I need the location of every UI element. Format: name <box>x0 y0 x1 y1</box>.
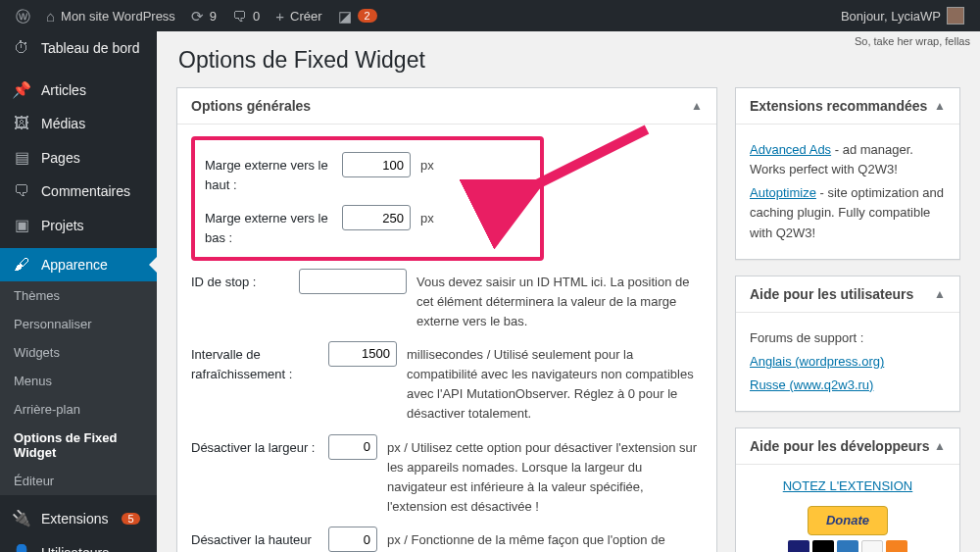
menu-apparence[interactable]: 🖌Apparence <box>0 248 157 281</box>
px-unit: px <box>420 152 434 176</box>
chevron-up-icon[interactable]: ▲ <box>934 287 946 301</box>
plugin-icon: 🔌 <box>12 509 31 527</box>
comments-link[interactable]: 🗨0 <box>224 0 268 31</box>
margin-bottom-label: Marge externe vers le bas : <box>205 205 332 248</box>
comment-icon: 🗨 <box>232 9 247 24</box>
px-unit: px <box>420 205 434 228</box>
link-rate-extension[interactable]: NOTEZ L'EXTENSION <box>783 478 913 493</box>
admin-bar: ⓦ ⌂Mon site WordPress ⟳9 🗨0 +Créer ◪2 Bo… <box>0 0 980 31</box>
disable-height-label: Désactiver la hauteur : <box>191 527 318 552</box>
sub-customize[interactable]: Personnaliser <box>0 310 157 338</box>
pin-icon: 📌 <box>12 80 31 99</box>
box-help-user-header[interactable]: Aide pour les utilisateurs ▲ <box>736 276 959 313</box>
box-general-header[interactable]: Options générales ▲ <box>177 88 716 125</box>
box-reco-header[interactable]: Extensions recommandées ▲ <box>736 88 959 125</box>
payment-cards <box>750 540 946 552</box>
stop-id-input[interactable] <box>299 269 407 294</box>
box-help-dev-header[interactable]: Aide pour les développeurs ▲ <box>736 428 959 465</box>
updates-count: 9 <box>210 9 217 24</box>
menu-extensions[interactable]: 🔌Extensions5 <box>0 501 157 535</box>
menu-comments[interactable]: 🗨Commentaires <box>0 175 157 208</box>
menu-pages[interactable]: ▤Pages <box>0 140 157 175</box>
refresh-desc: millisecondes / Utilisé seulement pour l… <box>407 341 703 425</box>
plus-icon: + <box>275 9 284 24</box>
menu-arrow-icon <box>149 257 157 273</box>
disable-height-desc: px / Fonctionne de la même façon que l'o… <box>387 527 703 552</box>
yoast-badge: 2 <box>358 9 377 23</box>
refresh-input[interactable] <box>328 341 397 367</box>
card-icon <box>886 540 907 552</box>
brush-icon: 🖌 <box>12 256 31 274</box>
site-name-link[interactable]: ⌂Mon site WordPress <box>38 0 183 31</box>
link-forum-ru[interactable]: Russe (www.q2w3.ru) <box>750 377 873 392</box>
new-content[interactable]: +Créer <box>268 0 329 31</box>
dashboard-icon: ⏱ <box>12 39 31 57</box>
my-account[interactable]: Bonjour, LyciaWP <box>833 0 972 31</box>
menu-medias[interactable]: 🖼Médias <box>0 107 157 140</box>
extensions-count: 5 <box>122 513 139 525</box>
portfolio-icon: ▣ <box>12 216 31 234</box>
donate-button[interactable]: Donate <box>808 506 888 535</box>
users-icon: 👤 <box>12 543 31 552</box>
sub-themes[interactable]: Thèmes <box>0 281 157 310</box>
sub-menus[interactable]: Menus <box>0 367 157 395</box>
sub-background[interactable]: Arrière-plan <box>0 395 157 424</box>
disable-width-desc: px / Utilisez cette option pour désactiv… <box>387 434 703 518</box>
sub-fixed-widget[interactable]: Options de Fixed Widget <box>0 424 157 467</box>
page-icon: ▤ <box>12 148 31 167</box>
amex-icon <box>837 540 858 552</box>
mastercard-icon <box>812 540 834 552</box>
updates-link[interactable]: ⟳9 <box>183 0 224 31</box>
refresh-label: Intervalle de rafraîchissement : <box>191 341 318 384</box>
menu-projets[interactable]: ▣Projets <box>0 208 157 242</box>
media-icon: 🖼 <box>12 115 31 132</box>
greeting: Bonjour, LyciaWP <box>841 9 941 24</box>
disable-height-input[interactable] <box>328 527 377 552</box>
yoast-link[interactable]: ◪2 <box>330 0 385 31</box>
visa-icon <box>788 540 809 552</box>
link-advanced-ads[interactable]: Advanced Ads <box>750 142 831 157</box>
discover-icon <box>861 540 883 552</box>
stop-id-desc: Vous devez saisir un ID HTML ici. La pos… <box>416 269 703 331</box>
stop-id-label: ID de stop : <box>191 269 289 292</box>
comments-icon: 🗨 <box>12 182 31 200</box>
chevron-up-icon[interactable]: ▲ <box>934 439 946 453</box>
menu-users[interactable]: 👤Utilisateurs <box>0 535 157 552</box>
disable-width-input[interactable] <box>328 434 377 460</box>
margin-top-label: Marge externe vers le haut : <box>205 152 332 195</box>
box-general: Options générales ▲ Marge externe vers l… <box>176 87 717 552</box>
admin-menu: ⏱Tableau de bord 📌Articles 🖼Médias ▤Page… <box>0 31 157 552</box>
menu-dashboard[interactable]: ⏱Tableau de bord <box>0 31 157 65</box>
yoast-icon: ◪ <box>338 9 352 24</box>
box-reco: Extensions recommandées ▲ Advanced Ads -… <box>735 87 960 260</box>
sub-widgets[interactable]: Widgets <box>0 338 157 367</box>
site-name: Mon site WordPress <box>61 9 175 24</box>
highlight-box: Marge externe vers le haut : px Marge ex… <box>191 136 544 261</box>
box-help-user: Aide pour les utilisateurs ▲ Forums de s… <box>735 276 960 412</box>
box-help-dev: Aide pour les développeurs ▲ NOTEZ L'EXT… <box>735 427 960 552</box>
forums-label: Forums de support : <box>750 328 946 348</box>
wordpress-icon: ⓦ <box>16 9 30 24</box>
wp-logo[interactable]: ⓦ <box>8 0 38 31</box>
link-autoptimize[interactable]: Autoptimize <box>750 185 816 200</box>
avatar <box>947 7 964 25</box>
home-icon: ⌂ <box>46 9 55 24</box>
comments-count: 0 <box>253 9 260 24</box>
create-label: Créer <box>290 9 322 24</box>
submenu-apparence: Thèmes Personnaliser Widgets Menus Arriè… <box>0 281 157 495</box>
link-forum-en[interactable]: Anglais (wordpress.org) <box>750 354 884 369</box>
chevron-up-icon[interactable]: ▲ <box>691 99 703 113</box>
sub-editor[interactable]: Éditeur <box>0 467 157 495</box>
chevron-up-icon[interactable]: ▲ <box>934 99 946 113</box>
disable-width-label: Désactiver la largeur : <box>191 434 318 458</box>
page-title: Options de Fixed Widget <box>178 47 960 74</box>
margin-top-input[interactable] <box>342 152 411 177</box>
margin-bottom-input[interactable] <box>342 205 411 230</box>
menu-articles[interactable]: 📌Articles <box>0 73 157 107</box>
refresh-icon: ⟳ <box>191 9 204 24</box>
content-area: Options de Fixed Widget Options générale… <box>157 31 980 552</box>
